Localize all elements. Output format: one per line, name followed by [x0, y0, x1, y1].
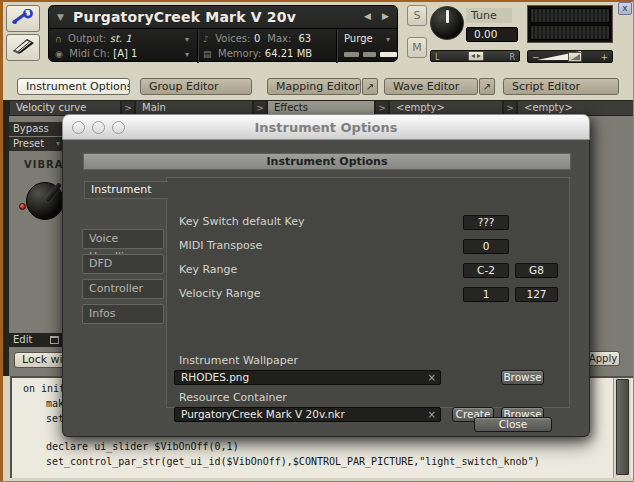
tab-separator: > [122, 101, 134, 115]
tab-infos[interactable]: Infos [82, 304, 164, 324]
output-dropdown-icon[interactable]: ▾ [185, 35, 189, 44]
wave-editor-button[interactable]: Wave Editor [384, 78, 478, 95]
pan-left-label: L [435, 53, 439, 62]
script-editor-button[interactable]: Script Editor [503, 78, 619, 95]
solo-button[interactable]: S [407, 5, 427, 26]
voices-value: 0 [254, 33, 260, 44]
meter-left [530, 8, 610, 23]
header-divider [336, 30, 337, 63]
script-tab-effects[interactable]: Effects [268, 101, 374, 115]
vibrato-knob-pointer [45, 182, 62, 202]
voices-label: Voices: [215, 33, 250, 44]
tab-voice-handling[interactable]: Voice Handling [82, 229, 164, 249]
purge-indicator-bar [344, 52, 359, 57]
volume-slider[interactable]: − + [527, 50, 613, 63]
purge-indicator-bar [363, 52, 376, 57]
instrument-title: PurgatoryCreek Mark V 20v [73, 9, 296, 25]
edit-label: Edit [13, 334, 32, 345]
memory-readout: ▤ Memory: 64.21 MB [203, 46, 312, 62]
tab-separator: > [504, 101, 516, 115]
volume-plus-label: + [600, 52, 608, 62]
pan-handle[interactable] [468, 51, 484, 61]
wallpaper-browse-button[interactable]: Browse [501, 370, 544, 385]
script-tab-main[interactable]: Main [136, 101, 252, 115]
velocity-range-label: Velocity Range [179, 287, 261, 301]
midi-transpose-label: MIDI Transpose [179, 239, 262, 253]
instrument-title-row: ▼ PurgatoryCreek Mark V 20v ◀ ▶ [49, 6, 397, 29]
vibrato-knob[interactable] [26, 182, 64, 220]
prev-instrument-icon[interactable]: ◀ [364, 11, 371, 21]
keyswitch-label: Key Switch default Key [179, 215, 304, 229]
apply-button[interactable]: Apply [586, 351, 620, 366]
next-instrument-icon[interactable]: ▶ [382, 11, 389, 21]
resource-clear-icon[interactable]: × [428, 408, 436, 421]
resource-container-input[interactable]: PurgatoryCreek Mark V 20v.nkr × [174, 407, 441, 422]
pan-right-label: R [509, 53, 515, 62]
key-range-low-value[interactable]: C-2 [463, 263, 509, 278]
purge-dropdown-icon[interactable]: ▾ [386, 35, 390, 44]
tab-separator: > [254, 101, 266, 115]
resource-container-label: Resource Container [179, 391, 287, 405]
kontakt-window: ▼ PurgatoryCreek Mark V 20v ◀ ▶ ∩ Output… [0, 0, 634, 482]
keyswitch-value[interactable]: ??? [463, 215, 509, 230]
pan-slider[interactable]: L R [430, 50, 520, 62]
wallpaper-value: RHODES.png [181, 371, 249, 383]
dialog-titlebar[interactable]: Instrument Options [62, 114, 590, 140]
script-scrollbar-thumb[interactable] [616, 379, 629, 475]
velocity-range-low-value[interactable]: 1 [463, 287, 509, 302]
voices-readout: ♪ Voices: 0 Max: 63 [203, 31, 311, 47]
instrument-options-button[interactable]: Instrument Options [17, 78, 130, 95]
midi-dropdown-icon[interactable]: ▾ [185, 50, 189, 59]
max-value: 63 [298, 33, 311, 44]
dialog-body: Instrument Options Instrument Voice Hand… [62, 140, 590, 437]
output-select[interactable]: ∩ Output: st. 1 [55, 31, 132, 47]
mapping-editor-popout-icon[interactable]: ↗ [362, 78, 378, 95]
memory-value: 64.21 MB [265, 48, 312, 59]
velocity-range-high-value[interactable]: 127 [515, 287, 558, 302]
purge-label: Purge [344, 33, 373, 44]
instrument-minimize-arrow[interactable]: ▼ [57, 12, 64, 22]
window-frame-top [0, 0, 634, 2]
output-label: Output: [68, 33, 106, 44]
group-editor-button[interactable]: Group Editor [140, 78, 252, 95]
midi-channel-select[interactable]: ◉ Midi Ch: [A] 1 [55, 46, 137, 62]
dialog-close-button[interactable]: Close [474, 417, 552, 432]
purge-indicator-bar [380, 52, 397, 57]
tab-instrument[interactable]: Instrument [84, 181, 168, 199]
mapping-editor-button[interactable]: Mapping Editor [267, 78, 361, 95]
close-instrument-button[interactable]: x [618, 2, 632, 15]
keyboard-view-button[interactable] [6, 34, 40, 61]
tune-value-display[interactable]: 0.00 [466, 27, 518, 42]
voices-icon: ♪ [203, 34, 209, 44]
script-tab-velocity-curve[interactable]: Velocity curve [10, 101, 120, 115]
tab-separator: > [376, 101, 388, 115]
volume-minus-label: − [532, 52, 540, 62]
wallpaper-clear-icon[interactable]: × [428, 371, 436, 384]
output-value: st. 1 [110, 33, 132, 44]
script-tab-empty-2[interactable]: <empty> [518, 101, 634, 115]
key-range-high-value[interactable]: G8 [515, 263, 558, 278]
mute-button[interactable]: M [407, 37, 427, 58]
preset-dropdown-icon: ▾ [56, 137, 60, 151]
keyboard-icon [10, 37, 36, 58]
instrument-header: ▼ PurgatoryCreek Mark V 20v ◀ ▶ ∩ Output… [48, 5, 398, 62]
wrench-button[interactable] [6, 5, 40, 32]
volume-handle[interactable] [568, 52, 582, 62]
midi-value: [A] 1 [113, 48, 137, 59]
resource-container-value: PurgatoryCreek Mark V 20v.nkr [181, 408, 345, 420]
code-line: on init [23, 383, 65, 394]
midi-transpose-value[interactable]: 0 [463, 239, 509, 254]
midi-label: Midi Ch: [69, 48, 109, 59]
tab-dfd[interactable]: DFD [82, 254, 164, 274]
tab-controller[interactable]: Controller [82, 279, 164, 299]
purge-menu[interactable]: Purge [344, 31, 373, 47]
tune-knob[interactable] [430, 6, 464, 40]
wallpaper-label: Instrument Wallpaper [179, 354, 298, 368]
max-label: Max: [267, 33, 291, 44]
wallpaper-input[interactable]: RHODES.png × [174, 370, 441, 385]
wave-editor-popout-icon[interactable]: ↗ [479, 78, 495, 95]
script-scrollbar[interactable] [613, 378, 631, 478]
dialog-header-bar: Instrument Options [83, 153, 571, 170]
minimize-view-icon [50, 336, 59, 344]
script-tab-empty-1[interactable]: <empty> [390, 101, 502, 115]
